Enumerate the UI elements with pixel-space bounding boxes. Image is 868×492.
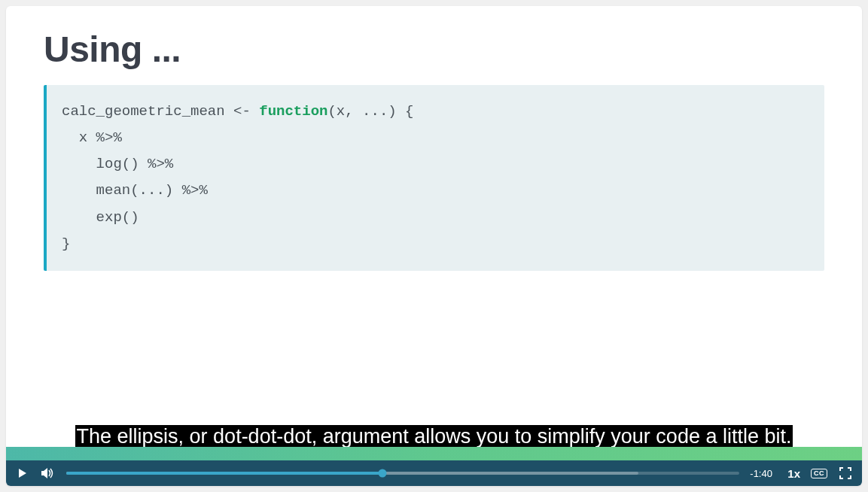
code-block: calc_geometric_mean <- function(x, ...) … — [44, 85, 824, 271]
code-line: calc_geometric_mean <- function(x, ...) … — [62, 99, 809, 125]
code-line: x %>% — [62, 125, 809, 151]
playback-speed[interactable]: 1x — [787, 467, 800, 480]
video-slide: Using ... calc_geometric_mean <- functio… — [6, 6, 862, 486]
play-icon — [17, 468, 28, 478]
code-line: exp() — [62, 205, 809, 231]
subtitle-container: The ellipsis, or dot-dot-dot, argument a… — [6, 424, 862, 450]
code-text: calc_geometric_mean <- — [62, 103, 259, 120]
volume-button[interactable] — [41, 466, 56, 481]
fullscreen-icon — [839, 467, 851, 479]
slide-content: Using ... calc_geometric_mean <- functio… — [6, 6, 862, 293]
progress-played — [66, 472, 382, 475]
progress-thumb[interactable] — [379, 469, 387, 478]
time-remaining: -1:40 — [750, 468, 777, 479]
svg-marker-1 — [41, 468, 47, 478]
progress-bar[interactable] — [66, 472, 739, 475]
volume-icon — [41, 467, 55, 479]
code-line: log() %>% — [62, 151, 809, 178]
captions-toggle[interactable]: CC — [811, 469, 827, 478]
slide-title: Using ... — [44, 29, 824, 70]
subtitle-text: The ellipsis, or dot-dot-dot, argument a… — [75, 425, 793, 448]
video-controls: -1:40 1x CC — [6, 460, 862, 486]
fullscreen-button[interactable] — [838, 466, 853, 481]
code-line: } — [62, 231, 809, 257]
play-button[interactable] — [15, 466, 30, 481]
code-text: (x, ...) { — [327, 103, 413, 120]
code-keyword: function — [259, 103, 327, 120]
code-line: mean(...) %>% — [62, 178, 809, 204]
svg-marker-0 — [19, 469, 26, 478]
